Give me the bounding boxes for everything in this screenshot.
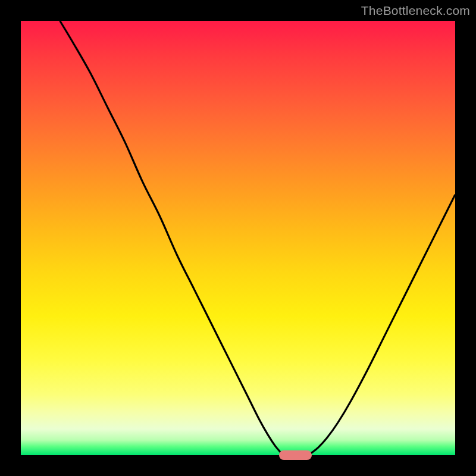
plot-area xyxy=(21,21,455,455)
curve-right-branch xyxy=(308,195,455,455)
curve-left-branch xyxy=(60,21,284,455)
watermark-text: TheBottleneck.com xyxy=(361,4,470,18)
optimal-marker xyxy=(279,450,312,460)
chart-container: TheBottleneck.com xyxy=(0,0,476,476)
bottleneck-curve xyxy=(21,21,455,455)
